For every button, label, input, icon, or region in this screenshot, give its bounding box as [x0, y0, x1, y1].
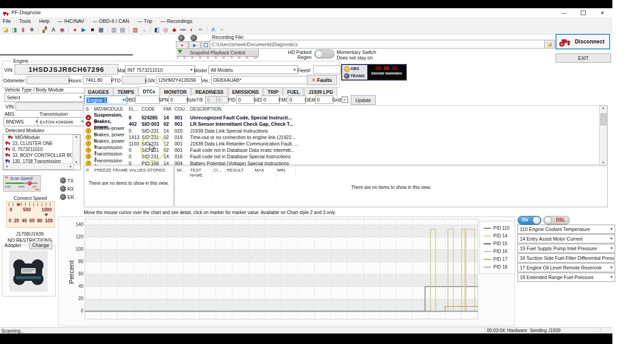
- diamond-icon[interactable]: ◆: [170, 26, 178, 33]
- disconnect-button[interactable]: × Disconnect: [556, 34, 610, 49]
- dsl-toggle[interactable]: DSL: [543, 216, 570, 225]
- close-button[interactable]: ×: [595, 8, 609, 17]
- module-item[interactable]: 33, BODY CONTROLLER BCM: [3, 152, 73, 158]
- dtc-scroll-thumb[interactable]: [600, 113, 606, 125]
- y-axis-ticks: 020406080100120140: [68, 0, 83, 344]
- fmi-input[interactable]: 0: [288, 96, 306, 104]
- italic-a-icon[interactable]: A: [209, 26, 217, 33]
- grid-checkbox[interactable]: ✓: [342, 97, 348, 103]
- pid-selector-label: 110 Engine Coolant Temperature: [520, 226, 590, 232]
- dtc-vscrollbar[interactable]: ▲▼: [599, 106, 607, 165]
- make-select[interactable]: INT 7573211010: [125, 65, 195, 74]
- model-select[interactable]: All Models: [208, 65, 298, 74]
- module-item[interactable]: MID/Module: [3, 134, 73, 140]
- pid-selector-16[interactable]: 16 Suction Side Fuel Filter Differential…: [518, 253, 615, 263]
- chart-plot[interactable]: [85, 219, 478, 319]
- menu-item-recordings[interactable]: — Recordings: [160, 18, 192, 24]
- menu-item-obd-ii-can[interactable]: — OBD-II / CAN: [93, 18, 129, 24]
- vin-field[interactable]: 1HSDJSJR8CH67296: [15, 64, 118, 75]
- faults-button[interactable]: × Faults: [307, 75, 337, 85]
- abs-select[interactable]: BNDWS: [4, 117, 40, 126]
- tab-emissions[interactable]: EMISSIONS: [228, 87, 263, 96]
- spn-input[interactable]: 0: [169, 96, 188, 104]
- tab-j1939-lpg[interactable]: J1939 LPG: [304, 87, 337, 96]
- export-icon[interactable]: →: [140, 26, 148, 33]
- hours-field[interactable]: 7461.80: [83, 76, 112, 84]
- browse-folder-button[interactable]: ◪: [544, 40, 555, 48]
- oem-input[interactable]: 0: [315, 96, 333, 104]
- dtc-icon[interactable]: ◐: [188, 26, 196, 33]
- snapshot-playback-control[interactable]: Snapshot Playback Control: [176, 49, 259, 57]
- snapshot-marker-icon[interactable]: [178, 50, 182, 54]
- ver-field[interactable]: OEBXAUAB*: [211, 76, 308, 84]
- restore-button[interactable]: [576, 8, 590, 17]
- exit-button[interactable]: EXIT: [556, 54, 611, 63]
- modules-hscrollbar[interactable]: ◄►: [3, 163, 74, 170]
- stop-icon[interactable]: ■: [88, 26, 96, 33]
- odometer-input[interactable]: [27, 76, 70, 84]
- truck-icon[interactable]: ◧: [153, 26, 161, 33]
- sid-input[interactable]: 0: [262, 96, 280, 104]
- dtc-cell-desc: Unrecognized Fault Code, Special Instruc…: [190, 115, 607, 120]
- menu-item-file[interactable]: File: [3, 18, 11, 24]
- tab-monitor[interactable]: MONITOR: [160, 87, 191, 96]
- tab-gauges[interactable]: GAUGES: [84, 87, 113, 96]
- csa-icon[interactable]: CSA: [179, 26, 187, 33]
- esn-field[interactable]: 125HM2Y4128296: [156, 76, 202, 84]
- oem-label: OEM: [305, 97, 316, 102]
- font-icon[interactable]: A: [49, 26, 57, 33]
- menu-item-trip[interactable]: — Trip: [137, 18, 152, 24]
- pid-selector-18[interactable]: 18 Extended Range Fuel Pressure: [518, 273, 615, 282]
- dtc-cell-desc: Time-out or no connection to engine link…: [190, 134, 607, 140]
- module-filter-select[interactable]: Engine 1: [84, 96, 127, 104]
- fleet-label: Fleet#: [297, 68, 311, 73]
- connect-speed-value: 100: [45, 218, 53, 223]
- menu-item-tools[interactable]: Tools: [19, 18, 31, 24]
- update-button[interactable]: Update: [351, 95, 376, 105]
- hd-parked-regen-toggle[interactable]: [314, 49, 334, 59]
- dtc-row[interactable]: ×Suspension, p...052428514001Unrecognize…: [84, 112, 607, 118]
- chart-legend: PID 110PID 14PID 15PID 16PID 17PID 18: [480, 221, 515, 274]
- change-adapter-button[interactable]: Change: [29, 241, 52, 249]
- play-button[interactable]: ▶: [189, 41, 201, 49]
- gear-icon[interactable]: ✱: [28, 26, 36, 33]
- stamp-icon[interactable]: ▞: [41, 26, 49, 33]
- folder-open-icon[interactable]: ◪: [2, 26, 10, 33]
- pid-selector-15[interactable]: 15 Fuel Supply Pump Inlet Pressure: [518, 244, 615, 253]
- tape2-icon[interactable]: ▤: [119, 26, 126, 33]
- module-item[interactable]: 0, 7573211010: [3, 146, 73, 152]
- tab-fuel[interactable]: FUEL: [283, 87, 304, 96]
- waveform-icon[interactable]: ~: [218, 26, 226, 33]
- minimize-button[interactable]: —: [557, 8, 571, 17]
- obd-input[interactable]: [135, 96, 160, 104]
- dtc-cell-fmi: 14: [164, 161, 175, 166]
- chevron-down-icon: [610, 238, 613, 240]
- palette-icon[interactable]: ◉: [58, 26, 66, 33]
- connect-icon[interactable]: ◨: [11, 26, 18, 33]
- eraser-icon[interactable]: ▮: [19, 26, 27, 33]
- tape-icon[interactable]: ▥: [110, 26, 118, 33]
- tab-readiness[interactable]: READINESS: [191, 87, 228, 96]
- tab-temps[interactable]: TEMPS: [114, 87, 138, 96]
- pid-selector-110[interactable]: 110 Engine Coolant Temperature: [518, 225, 615, 234]
- fleet-input[interactable]: [313, 65, 341, 74]
- tab-dtcs[interactable]: DTCs: [139, 86, 159, 96]
- report-icon[interactable]: ▧: [131, 26, 139, 33]
- menu-item-help[interactable]: Help: [39, 18, 49, 24]
- record-button[interactable]: ●: [176, 41, 188, 49]
- tp-icon[interactable]: TP: [196, 26, 204, 33]
- calendar-icon[interactable]: ▦: [97, 26, 105, 33]
- pid-selector-14[interactable]: 14 Entry Assist Motor Current: [518, 234, 615, 243]
- recording-file-input[interactable]: C:\Users\smeek\Documents\Diagnostics: [210, 40, 547, 48]
- pid-input[interactable]: 0: [236, 96, 255, 104]
- globe-icon[interactable]: ◎: [162, 26, 169, 33]
- stop-button[interactable]: [201, 41, 211, 49]
- module-item[interactable]: 23, CLUSTER ONE: [3, 140, 73, 146]
- byte8-input[interactable]: 0: [216, 96, 229, 103]
- tab-trip[interactable]: TRIP: [263, 87, 283, 96]
- on-toggle[interactable]: On: [518, 216, 541, 225]
- pid-selector-17[interactable]: 17 Engine Oil Level Remote Reservoir: [518, 263, 615, 272]
- byte7-input[interactable]: 0: [205, 96, 218, 103]
- pto-input[interactable]: [122, 76, 146, 84]
- ruler-tick: 20: [191, 56, 194, 59]
